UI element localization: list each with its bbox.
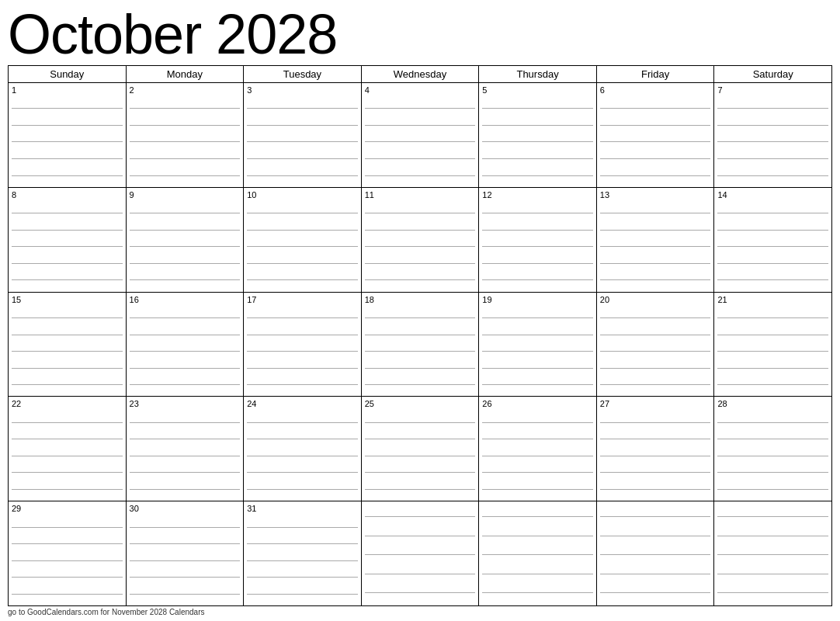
- day-header-monday: Monday: [127, 66, 245, 82]
- write-line: [130, 368, 241, 369]
- day-cell-13: 13: [597, 188, 715, 292]
- write-line: [130, 351, 241, 352]
- write-line: [247, 456, 358, 456]
- write-line: [600, 351, 711, 352]
- write-line: [247, 108, 358, 109]
- write-line: [365, 246, 476, 247]
- write-line: [600, 422, 711, 423]
- write-line: [12, 246, 123, 247]
- write-line: [247, 335, 358, 335]
- write-line: [12, 317, 123, 318]
- write-line: [247, 422, 358, 423]
- write-lines-container: [12, 97, 123, 187]
- write-lines-container: [130, 515, 241, 605]
- write-line: [12, 279, 123, 280]
- day-number: 10: [247, 190, 358, 200]
- write-line: [600, 439, 711, 439]
- day-cell-26: 26: [479, 397, 597, 501]
- write-line: [12, 560, 123, 561]
- write-line: [717, 489, 828, 490]
- day-cell-empty: [597, 501, 715, 605]
- day-number: 8: [12, 190, 123, 200]
- write-line: [717, 422, 828, 423]
- day-number: 11: [365, 190, 476, 200]
- write-lines-container: [365, 504, 476, 605]
- day-number: 14: [717, 190, 828, 200]
- write-line: [482, 489, 593, 490]
- write-line: [600, 368, 711, 369]
- write-line: [130, 213, 241, 213]
- day-cell-7: 7: [714, 83, 832, 187]
- write-line: [600, 472, 711, 473]
- write-lines-container: [482, 202, 593, 292]
- write-line: [12, 213, 123, 213]
- write-line: [365, 489, 476, 490]
- write-line: [365, 108, 476, 109]
- day-cell-8: 8: [9, 188, 127, 292]
- day-number: 16: [130, 295, 241, 305]
- day-number: 4: [365, 85, 476, 95]
- write-line: [247, 368, 358, 369]
- write-lines-container: [247, 307, 358, 397]
- day-cell-5: 5: [479, 83, 597, 187]
- write-line: [482, 384, 593, 385]
- write-line: [247, 317, 358, 318]
- write-line: [717, 351, 828, 352]
- write-lines-container: [130, 202, 241, 292]
- write-line: [247, 279, 358, 280]
- day-cell-4: 4: [362, 83, 480, 187]
- day-cell-1: 1: [9, 83, 127, 187]
- write-line: [717, 536, 828, 536]
- write-line: [12, 472, 123, 473]
- write-line: [365, 230, 476, 231]
- week-row-3: 15161718192021: [9, 293, 832, 397]
- calendar-grid: SundayMondayTuesdayWednesdayThursdayFrid…: [8, 65, 832, 606]
- day-cell-31: 31: [244, 501, 362, 605]
- write-line: [12, 456, 123, 456]
- write-line: [247, 472, 358, 473]
- day-cell-19: 19: [479, 293, 597, 397]
- write-line: [130, 560, 241, 561]
- write-line: [717, 246, 828, 247]
- write-line: [247, 351, 358, 352]
- day-cell-6: 6: [597, 83, 715, 187]
- day-number: 25: [365, 399, 476, 409]
- write-line: [600, 489, 711, 490]
- day-cell-3: 3: [244, 83, 362, 187]
- write-line: [717, 279, 828, 280]
- write-line: [12, 141, 123, 142]
- write-line: [365, 351, 476, 352]
- day-cell-16: 16: [127, 293, 245, 397]
- day-cell-18: 18: [362, 293, 480, 397]
- day-number: 20: [600, 295, 711, 305]
- day-cell-28: 28: [714, 397, 832, 501]
- write-line: [130, 108, 241, 109]
- write-line: [12, 384, 123, 385]
- write-line: [717, 317, 828, 318]
- day-number: 17: [247, 295, 358, 305]
- write-line: [247, 125, 358, 126]
- write-line: [600, 317, 711, 318]
- day-number: 22: [12, 399, 123, 409]
- write-line: [365, 592, 476, 593]
- write-lines-container: [12, 515, 123, 605]
- calendar-title: October 2028: [8, 6, 832, 62]
- write-line: [365, 317, 476, 318]
- day-header-tuesday: Tuesday: [244, 66, 362, 82]
- write-line: [365, 456, 476, 456]
- day-cell-14: 14: [714, 188, 832, 292]
- write-line: [130, 141, 241, 142]
- write-lines-container: [717, 202, 828, 292]
- write-line: [600, 175, 711, 176]
- day-number: 28: [717, 399, 828, 409]
- write-lines-container: [247, 515, 358, 605]
- week-row-1: 1234567: [9, 83, 832, 188]
- write-line: [12, 527, 123, 528]
- day-number: 31: [247, 504, 358, 514]
- day-header-sunday: Sunday: [9, 66, 127, 82]
- write-lines-container: [130, 97, 241, 187]
- write-line: [717, 141, 828, 142]
- write-line: [365, 125, 476, 126]
- write-line: [482, 554, 593, 555]
- day-number: 27: [600, 399, 711, 409]
